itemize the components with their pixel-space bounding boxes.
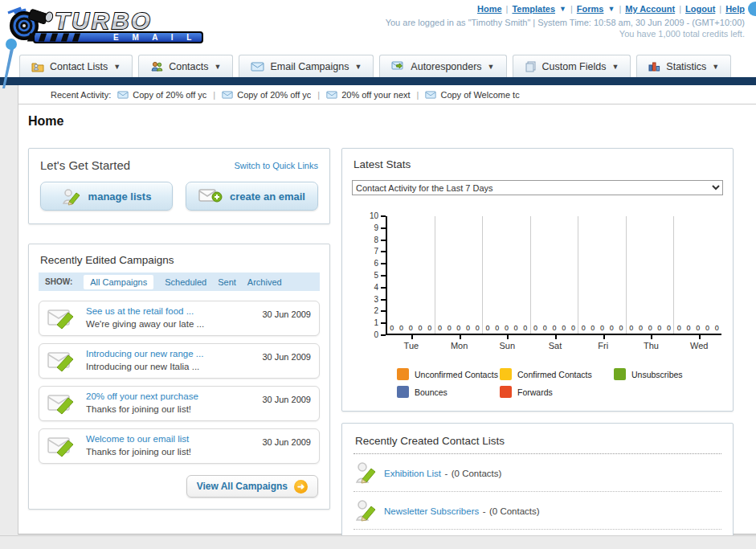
nav-tab-contact-lists[interactable]: Contact Lists ▼ [19,55,133,77]
campaign-link[interactable]: Welcome to our email list [86,434,254,444]
link-my-account[interactable]: My Account [625,4,675,14]
credits-status: You have 1,000 total credits left. [619,29,745,39]
envelope-arrow-icon [391,61,405,72]
legend-item: Unconfirmed Contacts [397,368,500,380]
nav-tab-custom-fields[interactable]: Custom Fields ▼ [513,55,631,77]
nav-tab-statistics[interactable]: Statistics ▼ [636,55,731,77]
campaign-date: 30 Jun 2009 [262,352,311,362]
recent-activity-link[interactable]: Copy of 20% off yc [237,90,311,100]
campaign-link[interactable]: Introducing our new range ... [86,349,254,358]
nav-tab-autoresponders[interactable]: Autoresponders ▼ [379,55,506,77]
x-tick-label: Tue [387,335,435,350]
contact-lists-title: Recently Created Contact Lists [355,435,721,447]
legend-swatch [614,368,626,380]
value-label: 0 [456,324,460,332]
value-label: 0 [523,324,527,332]
nav-tab-label: Autoresponders [411,61,481,72]
legend-item: Forwards [500,386,614,398]
chart-x-axis: TueMonSunSatFriThuWed [387,335,723,350]
stats-range-select[interactable]: Contact Activity for the Last 7 Days [352,180,723,195]
contact-list-sep: - [444,469,447,478]
logo-title: TURBO [55,7,153,34]
value-label: 0 [486,324,490,332]
view-all-campaigns-button[interactable]: View All Campaigns ➜ [186,475,318,498]
value-label: 0 [466,324,470,332]
chart-group-fri: 00000 [578,216,626,334]
campaign-subject: Thanks for joining our list! [86,447,191,457]
value-label: 0 [543,324,547,332]
filter-scheduled[interactable]: Scheduled [165,277,206,287]
separator: | [506,4,509,14]
campaign-date: 30 Jun 2009 [262,309,311,319]
envelope-pencil-icon [47,307,78,330]
app-logo: TURBO E M A I L [5,2,212,50]
envelope-icon [222,91,233,99]
legend-swatch [500,386,512,398]
campaign-subject: Introducing our new Italia ... [86,362,199,371]
link-logout[interactable]: Logout [685,4,715,14]
header: TURBO E M A I L Home| Templates▼| Forms▼… [0,0,756,50]
legend-item: Unsubscribes [614,368,723,380]
filter-sent[interactable]: Sent [218,277,236,287]
campaign-date: 30 Jun 2009 [262,395,311,404]
chart-y-axis: 012345678910 [362,216,386,335]
people-icon [150,61,163,72]
filter-archived[interactable]: Archived [247,277,282,287]
legend-label: Unconfirmed Contacts [415,370,498,379]
recent-activity-link[interactable]: Copy of Welcome tc [440,90,519,100]
link-forms[interactable]: Forms [577,4,604,14]
create-email-button[interactable]: create an email [186,182,318,211]
campaign-row[interactable]: Welcome to our email list Thanks for joi… [39,428,320,464]
campaign-row[interactable]: 20% off your next purchase Thanks for jo… [39,386,320,421]
link-templates[interactable]: Templates [512,4,555,14]
contact-list-link[interactable]: Exhibition List [384,469,441,478]
manage-lists-button[interactable]: manage lists [40,182,173,211]
campaign-row[interactable]: Introducing our new range ... Introducin… [39,343,320,379]
campaign-row[interactable]: See us at the retail food ... We're givi… [39,301,320,336]
value-label: 0 [533,324,537,332]
switch-quick-links-link[interactable]: Switch to Quick Links [234,161,318,170]
x-tick-label: Thu [627,335,676,350]
x-tick-label: Wed [675,335,723,350]
recent-activity-link[interactable]: Copy of 20% off yc [133,90,206,100]
contact-list-item: Newsletter Subscribers - (0 Contacts) [353,492,721,530]
chevron-down-icon: ▼ [354,63,362,71]
chevron-down-icon: ▼ [607,5,615,13]
create-email-label: create an email [230,191,305,203]
contact-lists-panel: Recently Created Contact Lists Exhibitio… [341,423,734,549]
x-tick-label: Sun [483,335,531,350]
view-all-campaigns-label: View All Campaigns [197,481,288,492]
recent-activity-link[interactable]: 20% off your next [341,90,410,100]
chart-group-wed: 00000 [673,216,721,334]
chart-plot: 00000000000000000000000000000000000 [386,216,721,335]
campaign-link[interactable]: See us at the retail food ... [86,306,254,316]
legend-label: Confirmed Contacts [517,370,592,379]
x-tick-label: Mon [435,335,484,350]
value-label: 0 [495,324,499,332]
nav-tab-email-campaigns[interactable]: Email Campaigns ▼ [239,55,374,77]
show-label: SHOW: [45,277,72,286]
chart-group-sun: 00000 [482,216,530,334]
value-label: 0 [705,324,709,332]
envelope-pencil-icon [47,350,78,372]
contact-list-link[interactable]: Newsletter Subscribers [384,506,479,516]
value-label: 0 [590,324,595,332]
navy-divider-bar [0,77,756,85]
campaign-subject: We're giving away our late ... [86,319,204,329]
value-label: 0 [552,324,556,332]
filter-all-campaigns[interactable]: All Campaigns [84,275,153,289]
link-help[interactable]: Help [725,4,745,14]
link-home[interactable]: Home [477,4,502,14]
bar-chart-icon [648,61,660,72]
stacked-pages-icon [525,61,537,72]
campaign-link[interactable]: 20% off your next purchase [86,391,254,401]
envelope-plus-icon [198,187,223,205]
chevron-down-icon: ▼ [113,63,121,71]
value-label: 0 [696,324,700,332]
campaign-filter-bar: SHOW: All Campaigns Scheduled Sent Archi… [39,272,320,291]
separator: | [719,4,721,14]
person-pencil-icon [355,461,376,485]
nav-tab-label: Email Campaigns [270,61,349,72]
recent-activity-item: Copy of 20% off yc [222,90,311,100]
nav-tab-contacts[interactable]: Contacts ▼ [138,55,233,77]
